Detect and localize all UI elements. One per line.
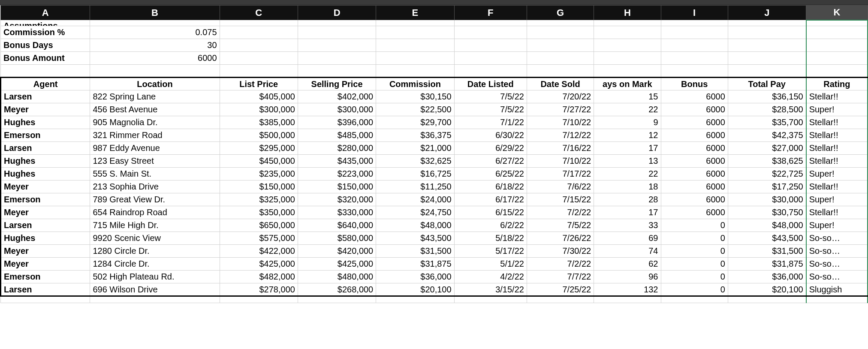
cell-list-price[interactable]: $425,000 [220, 258, 298, 271]
column-header-C[interactable]: C [220, 6, 298, 20]
cell-bonus[interactable]: 6000 [661, 103, 728, 116]
cell-rating[interactable]: Stellar!! [806, 116, 868, 129]
cell-total-pay[interactable]: $30,000 [728, 193, 806, 206]
cell-rating[interactable]: Stellar!! [806, 129, 868, 142]
column-header-E[interactable]: E [376, 6, 454, 20]
cell-rating[interactable]: Super! [806, 168, 868, 181]
cell-selling-price[interactable]: $640,000 [298, 219, 376, 232]
cell-empty[interactable] [90, 65, 220, 78]
cell-commission[interactable]: $43,500 [376, 232, 454, 245]
cell-date-sold[interactable]: 7/6/22 [527, 181, 594, 193]
cell-days-on-market[interactable]: 18 [594, 181, 661, 193]
cell-total-pay[interactable]: $22,725 [728, 168, 806, 181]
assumption-value-0[interactable]: 0.075 [90, 26, 220, 39]
cell-empty[interactable] [298, 296, 376, 303]
cell-bonus[interactable]: 0 [661, 271, 728, 283]
cell-bonus[interactable]: 6000 [661, 155, 728, 168]
cell-agent[interactable]: Emerson [1, 129, 90, 142]
cell-days-on-market[interactable]: 62 [594, 258, 661, 271]
cell-empty[interactable] [454, 39, 527, 52]
cell-agent[interactable]: Larsen [1, 90, 90, 103]
cell-location[interactable]: 123 Easy Street [90, 155, 220, 168]
header-location[interactable]: Location [90, 78, 220, 90]
spreadsheet-grid[interactable]: ABCDEFGHIJK AssumptionsCommission %0.075… [0, 5, 868, 303]
header-days-on-market[interactable]: ays on Mark [594, 78, 661, 90]
cell-location[interactable]: 987 Eddy Avenue [90, 142, 220, 155]
cell-days-on-market[interactable]: 33 [594, 219, 661, 232]
cell-selling-price[interactable]: $580,000 [298, 232, 376, 245]
cell-empty[interactable] [527, 39, 594, 52]
cell-agent[interactable]: Emerson [1, 271, 90, 283]
cell-empty[interactable] [527, 20, 594, 26]
cell-selling-price[interactable]: $402,000 [298, 90, 376, 103]
cell-date-listed[interactable]: 3/15/22 [454, 283, 527, 296]
cell-agent[interactable]: Meyer [1, 103, 90, 116]
cell-empty[interactable] [661, 39, 728, 52]
assumption-label-0[interactable]: Commission % [1, 26, 90, 39]
cell-date-listed[interactable]: 7/5/22 [454, 103, 527, 116]
cell-list-price[interactable]: $650,000 [220, 219, 298, 232]
cell-selling-price[interactable]: $300,000 [298, 103, 376, 116]
cell-date-listed[interactable]: 6/29/22 [454, 142, 527, 155]
cell-empty[interactable] [220, 20, 298, 26]
assumption-label-2[interactable]: Bonus Amount [1, 52, 90, 65]
cell-empty[interactable] [90, 20, 220, 26]
cell-agent[interactable]: Larsen [1, 219, 90, 232]
cell-empty[interactable] [806, 65, 868, 78]
cell-total-pay[interactable]: $30,750 [728, 206, 806, 219]
cell-commission[interactable]: $22,500 [376, 103, 454, 116]
cell-rating[interactable]: So-so… [806, 245, 868, 258]
cell-empty[interactable] [806, 39, 868, 52]
cell-date-sold[interactable]: 7/5/22 [527, 219, 594, 232]
cell-location[interactable]: 715 Mile High Dr. [90, 219, 220, 232]
cell-selling-price[interactable]: $268,000 [298, 283, 376, 296]
cell-total-pay[interactable]: $28,500 [728, 103, 806, 116]
cell-date-listed[interactable]: 5/17/22 [454, 245, 527, 258]
cell-days-on-market[interactable]: 12 [594, 129, 661, 142]
cell-empty[interactable] [728, 52, 806, 65]
cell-date-sold[interactable]: 7/2/22 [527, 206, 594, 219]
cell-agent[interactable]: Hughes [1, 116, 90, 129]
cell-rating[interactable]: Stellar!! [806, 181, 868, 193]
cell-location[interactable]: 213 Sophia Drive [90, 181, 220, 193]
cell-list-price[interactable]: $150,000 [220, 181, 298, 193]
cell-location[interactable]: 321 Rimmer Road [90, 129, 220, 142]
header-date-listed[interactable]: Date Listed [454, 78, 527, 90]
cell-selling-price[interactable]: $150,000 [298, 181, 376, 193]
cell-empty[interactable] [376, 39, 454, 52]
cell-date-listed[interactable]: 6/30/22 [454, 129, 527, 142]
cell-date-listed[interactable]: 7/1/22 [454, 116, 527, 129]
cell-empty[interactable] [454, 65, 527, 78]
cell-empty[interactable] [220, 65, 298, 78]
cell-date-listed[interactable]: 6/2/22 [454, 219, 527, 232]
cell-location[interactable]: 905 Magnolia Dr. [90, 116, 220, 129]
cell-selling-price[interactable]: $485,000 [298, 129, 376, 142]
cell-date-sold[interactable]: 7/20/22 [527, 90, 594, 103]
cell-agent[interactable]: Larsen [1, 142, 90, 155]
cell-empty[interactable] [454, 20, 527, 26]
cell-date-listed[interactable]: 7/5/22 [454, 90, 527, 103]
column-header-B[interactable]: B [90, 6, 220, 20]
cell-empty[interactable] [454, 296, 527, 303]
cell-bonus[interactable]: 6000 [661, 181, 728, 193]
cell-empty[interactable] [298, 52, 376, 65]
cell-date-listed[interactable]: 5/18/22 [454, 232, 527, 245]
cell-agent[interactable]: Meyer [1, 181, 90, 193]
cell-days-on-market[interactable]: 22 [594, 168, 661, 181]
cell-bonus[interactable]: 6000 [661, 168, 728, 181]
cell-commission[interactable]: $16,725 [376, 168, 454, 181]
cell-list-price[interactable]: $422,000 [220, 245, 298, 258]
cell-commission[interactable]: $21,000 [376, 142, 454, 155]
cell-days-on-market[interactable]: 17 [594, 206, 661, 219]
cell-selling-price[interactable]: $420,000 [298, 245, 376, 258]
header-list-price[interactable]: List Price [220, 78, 298, 90]
cell-empty[interactable] [594, 65, 661, 78]
cell-days-on-market[interactable]: 22 [594, 103, 661, 116]
header-total-pay[interactable]: Total Pay [728, 78, 806, 90]
cell-list-price[interactable]: $450,000 [220, 155, 298, 168]
cell-days-on-market[interactable]: 96 [594, 271, 661, 283]
cell-empty[interactable] [594, 39, 661, 52]
cell-agent[interactable]: Hughes [1, 168, 90, 181]
cell-agent[interactable]: Emerson [1, 193, 90, 206]
cell-list-price[interactable]: $235,000 [220, 168, 298, 181]
